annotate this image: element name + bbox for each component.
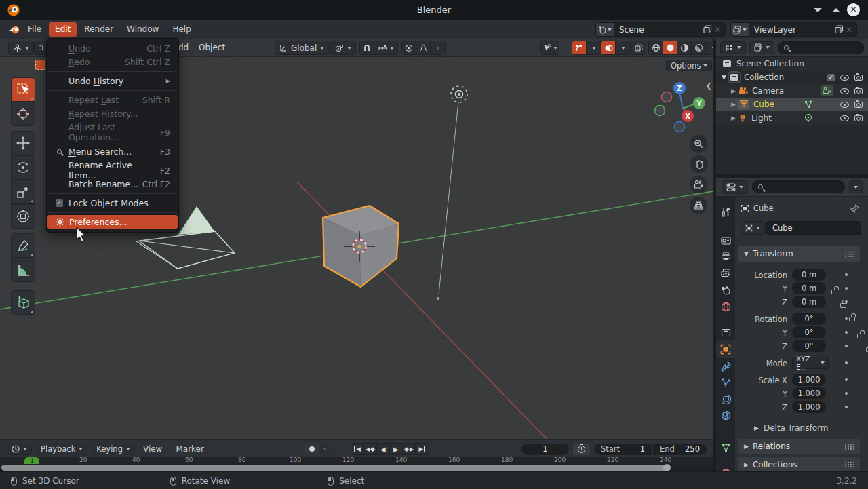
tab-scene[interactable] [716,282,735,298]
new-scene-icon[interactable] [703,25,712,34]
object-name-field[interactable]: Cube [766,221,861,235]
proportional-edit-toggle[interactable] [402,41,416,54]
xray-toggle[interactable] [631,41,646,54]
timeline-view-menu[interactable]: View [143,444,162,454]
scale-y-animate-dot[interactable] [845,392,848,395]
viewlayer-selector[interactable]: ViewLayer ✕ [730,22,857,37]
auto-keying-button[interactable] [304,444,319,454]
tab-particles[interactable] [716,374,735,391]
outliner-filter-button[interactable] [749,41,774,54]
transform-orientation-dropdown[interactable]: Global [275,41,329,55]
scale-x-field[interactable]: 1.000 [792,374,826,386]
properties-options-dropdown[interactable] [849,180,863,193]
location-y-animate-dot[interactable] [845,287,848,290]
viewlayer-browse-button[interactable] [731,23,749,36]
scene-selector[interactable]: Scene ✕ [595,22,726,37]
tool-measure[interactable] [11,258,35,282]
menu-item-rename-active-item[interactable]: Rename Active Item... F2 [47,163,178,177]
collection-expand-arrow[interactable]: ▼ [722,74,726,81]
tool-transform[interactable] [11,204,35,229]
collections-panel-header[interactable]: ▶ Collections [738,457,860,471]
collection-hide-icon[interactable] [840,75,849,81]
location-z-animate-dot[interactable] [845,300,848,303]
object-id-browse-button[interactable] [741,221,765,235]
playback-menu[interactable]: Playback [36,444,87,455]
tab-object-data[interactable] [716,439,735,456]
scale-z-field[interactable]: 1.000 [792,401,826,413]
outliner-row-scene-collection[interactable]: Scene Collection [716,57,868,71]
outliner-row-light[interactable]: ▶ Light [716,111,868,125]
camera-view-button[interactable] [690,176,707,193]
scale-z-animate-dot[interactable] [845,406,848,408]
rotation-z-animate-dot[interactable] [845,345,848,347]
current-frame-marker[interactable]: 1 [24,457,39,464]
close-button[interactable]: ✕ [847,3,860,16]
transform-panel-header[interactable]: ▼ Transform [738,246,860,262]
proportional-falloff-dropdown[interactable] [416,41,431,54]
collection-checkbox[interactable]: ✓ [827,74,835,81]
properties-editor-type-button[interactable] [722,180,748,194]
shading-rendered-button[interactable] [692,41,706,54]
frame-start-field[interactable]: Start 1 [594,444,652,455]
rotation-y-field[interactable]: 0° [792,326,826,338]
rotation-x-lock-icon[interactable] [857,334,863,338]
tab-output[interactable] [716,248,735,265]
camera-expand-arrow[interactable]: ▶ [731,87,736,94]
camera-hide-icon[interactable] [840,88,849,94]
collection-render-icon[interactable] [854,75,863,81]
menu-item-menu-search[interactable]: Menu Search... F3 [47,144,178,158]
tab-collection[interactable] [716,324,735,340]
tab-physics[interactable] [716,391,735,407]
tab-world[interactable] [716,298,735,315]
cube-mesh-data-icon[interactable] [804,100,813,109]
location-x-field[interactable]: 0 m [792,269,826,281]
location-y-lock-icon[interactable] [840,303,846,308]
scene-browse-button[interactable] [596,23,614,36]
new-viewlayer-icon[interactable] [835,25,844,34]
show-gizmos-toggle[interactable] [572,41,587,54]
snap-target-dropdown[interactable] [374,41,397,54]
pan-view-button[interactable] [690,155,708,173]
tool-rotate[interactable] [11,155,35,180]
camera-data-icon[interactable] [821,85,833,96]
scale-y-field[interactable]: 1.000 [792,387,826,399]
viewlayer-name[interactable]: ViewLayer [749,25,835,35]
object-type-visibility-dropdown[interactable] [541,41,559,54]
scene-name[interactable]: Scene [614,25,703,35]
tab-modifiers[interactable] [716,358,735,374]
shading-material-button[interactable] [677,41,692,54]
show-overlays-toggle[interactable] [601,41,616,54]
timeline-scrollbar[interactable] [0,464,713,471]
jump-to-end-button[interactable]: ▶ [416,444,429,454]
camera-render-icon[interactable] [854,88,863,94]
outliner-search-input[interactable] [778,41,864,54]
rotation-z-field[interactable]: 0° [792,340,826,352]
tab-tool[interactable] [716,203,735,220]
snap-toggle[interactable] [360,41,374,54]
zoom-view-button[interactable] [690,135,707,153]
light-expand-arrow[interactable]: ▶ [731,115,736,121]
menu-render[interactable]: Render [78,22,119,37]
active-tool-chip[interactable] [35,60,45,70]
shading-wireframe-button[interactable] [649,41,663,54]
light-data-icon[interactable] [804,114,812,122]
mode-selector-button[interactable] [34,41,47,55]
tab-object[interactable] [716,340,735,358]
outliner-display-mode-button[interactable] [720,41,746,54]
shading-solid-button[interactable] [663,41,677,54]
timeline-marker-menu[interactable]: Marker [176,444,203,454]
delta-transform-panel[interactable]: ▶ Delta Transform [754,423,828,433]
timeline-ruler[interactable]: 20 40 60 80 100 120 140 160 180 200 220 … [0,457,713,464]
tool-scale[interactable] [11,180,35,204]
cube-render-icon[interactable] [854,102,863,108]
sidebar-collapse-arrow[interactable]: ❮ [706,82,711,90]
frame-end-field[interactable]: End 250 [653,444,707,455]
rotation-mode-animate-dot[interactable] [845,361,848,364]
keying-menu[interactable]: Keying [92,444,135,455]
pin-icon[interactable] [850,204,859,213]
location-x-animate-dot[interactable] [845,273,848,276]
tool-add-cube[interactable] [11,290,35,315]
rotation-x-field[interactable]: 0° [792,313,826,325]
rotation-mode-dropdown[interactable]: XYZ E.. [792,357,829,369]
use-preview-range-button[interactable] [573,444,590,455]
